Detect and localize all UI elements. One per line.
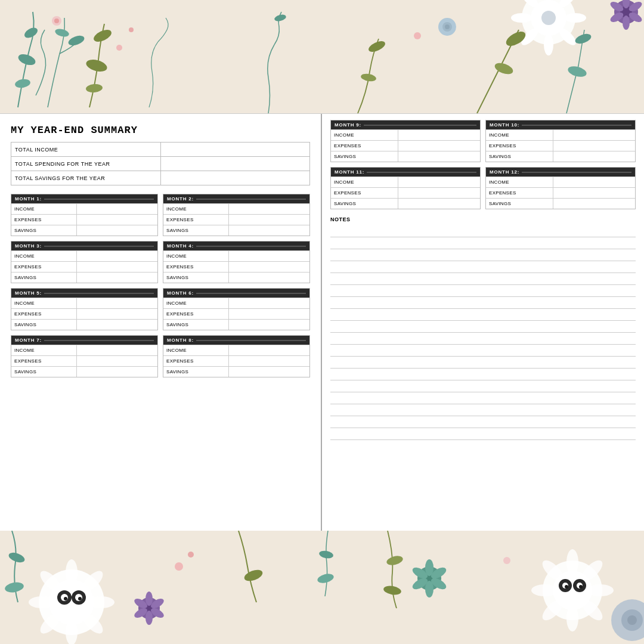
month-box: MONTH 5:INCOMEEXPENSESSAVINGS: [11, 288, 158, 330]
month-row: SAVINGS: [11, 366, 157, 377]
month-header: MONTH 1:: [11, 194, 157, 203]
summary-value[interactable]: [160, 143, 310, 157]
month-row-value[interactable]: [77, 320, 157, 330]
month-row-value[interactable]: [229, 356, 309, 366]
month-row-label: EXPENSES: [11, 262, 77, 272]
month-row-value[interactable]: [553, 141, 636, 151]
month-header: MONTH 11:: [331, 168, 480, 177]
note-line[interactable]: [330, 428, 636, 440]
month-row-label: SAVINGS: [331, 151, 398, 162]
month-row-value[interactable]: [229, 204, 309, 214]
month-row: SAVINGS: [486, 151, 635, 162]
month-row-value[interactable]: [229, 320, 309, 330]
month-row: SAVINGS: [11, 319, 157, 330]
month-header-label: MONTH 5:: [15, 290, 42, 296]
month-row-label: SAVINGS: [163, 225, 229, 236]
note-line[interactable]: [330, 249, 636, 261]
months-grid-left: MONTH 1:INCOMEEXPENSESSAVINGSMONTH 2:INC…: [11, 194, 310, 377]
month-header-bar: [196, 293, 306, 294]
month-row-label: EXPENSES: [11, 215, 77, 225]
month-row-value[interactable]: [77, 215, 157, 225]
note-line[interactable]: [330, 261, 636, 273]
month-row-value[interactable]: [229, 367, 309, 377]
month-row-value[interactable]: [77, 356, 157, 366]
month-row-value[interactable]: [77, 367, 157, 377]
note-line[interactable]: [330, 297, 636, 309]
summary-label: TOTAL SAVINGS FOR THE YEAR: [11, 171, 161, 185]
month-box: MONTH 6:INCOMEEXPENSESSAVINGS: [163, 288, 310, 330]
month-row: INCOME: [11, 250, 157, 261]
summary-value[interactable]: [160, 171, 310, 185]
month-row-value[interactable]: [553, 151, 636, 162]
month-row-value[interactable]: [398, 188, 481, 198]
month-header-bar: [367, 172, 476, 173]
month-header-label: MONTH 4:: [167, 243, 194, 249]
month-box: MONTH 3:INCOMEEXPENSESSAVINGS: [11, 241, 158, 283]
month-row-value[interactable]: [229, 215, 309, 225]
svg-point-27: [623, 16, 630, 30]
summary-row: TOTAL INCOME: [11, 143, 310, 157]
month-row: INCOME: [163, 345, 309, 355]
month-row-value[interactable]: [77, 225, 157, 236]
month-row-value[interactable]: [398, 177, 481, 187]
month-row: EXPENSES: [486, 187, 635, 198]
month-row: INCOME: [11, 203, 157, 214]
month-row-value[interactable]: [77, 298, 157, 308]
note-line[interactable]: [330, 404, 636, 416]
month-row: INCOME: [486, 129, 635, 140]
month-row-value[interactable]: [398, 130, 481, 140]
month-header-bar: [44, 246, 154, 247]
month-row-value[interactable]: [77, 309, 157, 319]
month-row-label: INCOME: [331, 130, 398, 140]
month-row-value[interactable]: [229, 345, 309, 355]
svg-point-76: [531, 584, 558, 596]
month-row-value[interactable]: [229, 225, 309, 236]
note-line[interactable]: [330, 225, 636, 237]
month-row-value[interactable]: [77, 273, 157, 283]
svg-point-68: [565, 585, 568, 589]
note-line[interactable]: [330, 416, 636, 428]
month-row-value[interactable]: [553, 130, 636, 140]
month-row-value[interactable]: [77, 345, 157, 355]
note-line[interactable]: [330, 273, 636, 285]
month-row-value[interactable]: [553, 199, 636, 209]
note-line[interactable]: [330, 333, 636, 345]
month-row-label: EXPENSES: [163, 262, 229, 272]
month-row: EXPENSES: [163, 214, 309, 225]
note-line[interactable]: [330, 392, 636, 404]
month-header-bar: [364, 125, 476, 126]
note-line[interactable]: [330, 369, 636, 380]
month-row-value[interactable]: [229, 298, 309, 308]
month-header-bar: [196, 246, 306, 247]
month-row-value[interactable]: [398, 151, 481, 162]
month-row-value[interactable]: [553, 177, 636, 187]
month-row-value[interactable]: [77, 251, 157, 261]
month-row: SAVINGS: [163, 366, 309, 377]
month-row: EXPENSES: [163, 355, 309, 366]
month-row: INCOME: [163, 203, 309, 214]
note-line[interactable]: [330, 309, 636, 321]
month-row-value[interactable]: [398, 199, 481, 209]
note-line[interactable]: [330, 285, 636, 297]
note-line[interactable]: [330, 380, 636, 392]
month-row-value[interactable]: [229, 262, 309, 272]
note-line[interactable]: [330, 321, 636, 333]
month-row-value[interactable]: [229, 273, 309, 283]
month-row-value[interactable]: [77, 262, 157, 272]
note-line[interactable]: [330, 357, 636, 369]
note-line[interactable]: [330, 237, 636, 249]
month-row-label: INCOME: [11, 251, 77, 261]
month-row-value[interactable]: [229, 251, 309, 261]
month-row: EXPENSES: [11, 308, 157, 319]
month-row-value[interactable]: [398, 141, 481, 151]
note-line[interactable]: [330, 345, 636, 357]
month-row-label: SAVINGS: [486, 151, 553, 162]
month-header: MONTH 9:: [331, 120, 480, 129]
month-row-value[interactable]: [77, 204, 157, 214]
month-row-value[interactable]: [553, 188, 636, 198]
month-row-value[interactable]: [229, 309, 309, 319]
month-header: MONTH 10:: [486, 120, 635, 129]
svg-point-69: [579, 585, 583, 589]
month-header-bar: [44, 199, 154, 200]
summary-value[interactable]: [160, 157, 310, 171]
